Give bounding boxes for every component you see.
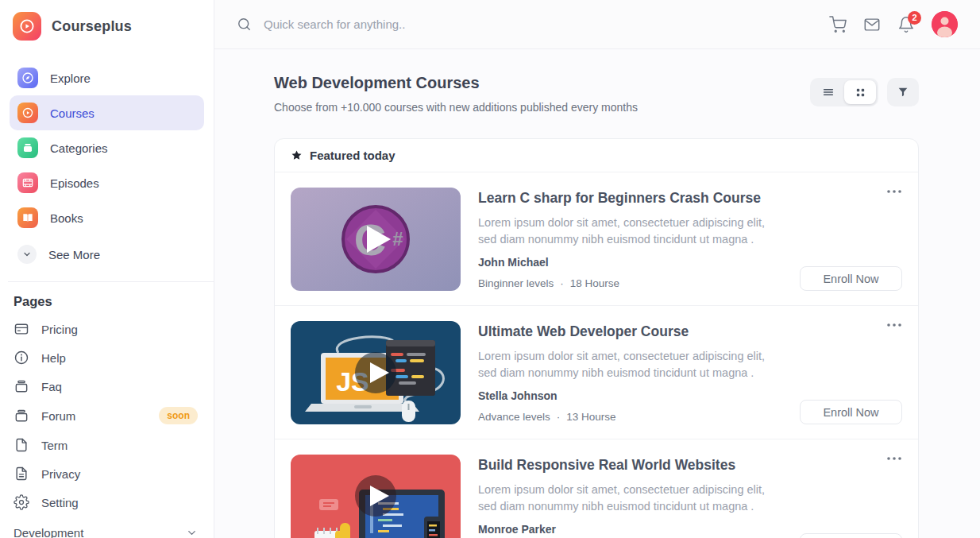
javascript-video-thumbnail[interactable]: JS xyxy=(291,321,461,424)
search-input[interactable] xyxy=(262,17,596,32)
course-more-button[interactable] xyxy=(886,321,902,327)
chevron-down-icon xyxy=(17,245,37,264)
film-icon xyxy=(17,172,38,193)
course-more-button[interactable] xyxy=(886,455,902,461)
sidebar-section-development[interactable]: Development xyxy=(0,517,214,538)
list-view-button[interactable] xyxy=(812,80,844,104)
sidebar: Courseplus Explore Courses Categories Ep… xyxy=(0,0,214,538)
sidebar-item-categories[interactable]: Categories xyxy=(10,130,204,165)
course-meta: Binginner levels · 18 Hourse xyxy=(478,277,781,289)
file-icon xyxy=(14,437,29,453)
chevron-down-icon xyxy=(186,527,198,538)
grid-view-button[interactable] xyxy=(844,80,876,104)
info-circle-icon xyxy=(14,350,29,366)
soon-badge: soon xyxy=(159,407,198,424)
file-text-icon xyxy=(14,466,29,482)
ellipsis-icon xyxy=(886,189,902,194)
course-instructor: Monroe Parker xyxy=(478,523,781,536)
mail-icon xyxy=(863,16,881,33)
course-title[interactable]: Ultimate Web Developer Course xyxy=(478,323,781,340)
sidebar-item-setting[interactable]: Setting xyxy=(0,488,214,517)
course-title[interactable]: Build Responsive Real World Websites xyxy=(478,457,781,474)
meta-separator: · xyxy=(557,411,561,423)
sidebar-item-courses[interactable]: Courses xyxy=(10,95,204,130)
sidebar-item-explore[interactable]: Explore xyxy=(10,60,204,95)
course-description: Lorem ipsum dolor sit amet, consectetuer… xyxy=(478,348,781,381)
page-item-label: Faq xyxy=(41,380,62,393)
course-description: Lorem ipsum dolor sit amet, consectetuer… xyxy=(478,215,781,248)
course-meta: Advance levels · 13 Hourse xyxy=(478,411,781,423)
featured-courses-card: Featured today C # Learn C sharp for Beg… xyxy=(274,138,919,538)
sidebar-item-term[interactable]: Term xyxy=(0,431,214,459)
notifications-button[interactable]: 2 xyxy=(897,16,915,33)
page-item-label: Pricing xyxy=(41,323,78,336)
page-item-label: Forum xyxy=(41,409,75,423)
enroll-button[interactable]: Enroll Now xyxy=(800,533,902,538)
page-title: Web Development Courses xyxy=(274,74,638,92)
page-item-label: Term xyxy=(41,439,68,452)
course-row: JS xyxy=(275,305,918,439)
play-circle-icon xyxy=(17,103,38,123)
cart-button[interactable] xyxy=(829,16,847,33)
course-duration: 13 Hourse xyxy=(566,411,615,423)
filter-button[interactable] xyxy=(887,78,919,106)
course-description: Lorem ipsum dolor sit amet, consectetuer… xyxy=(478,482,781,515)
meta-separator: · xyxy=(560,277,564,289)
sidebar-item-faq[interactable]: Faq xyxy=(0,372,214,401)
course-title[interactable]: Learn C sharp for Beginners Crash Course xyxy=(478,190,781,207)
pages-heading: Pages xyxy=(0,282,214,315)
view-toggle-group xyxy=(810,78,878,106)
star-icon xyxy=(291,149,303,161)
see-more-label: See More xyxy=(48,248,100,261)
course-duration: 18 Hourse xyxy=(570,277,619,289)
sidebar-item-label: Episodes xyxy=(50,176,99,190)
page-subtitle: Choose from +10.000 courses with new add… xyxy=(274,101,638,114)
sidebar-item-label: Categories xyxy=(50,141,108,155)
svg-text:#: # xyxy=(392,228,403,250)
global-search xyxy=(237,17,829,32)
featured-heading: Featured today xyxy=(310,149,395,162)
development-label: Development xyxy=(14,526,83,538)
page-item-label: Help xyxy=(41,351,66,365)
cart-icon xyxy=(829,16,847,33)
user-avatar[interactable] xyxy=(932,11,958,37)
enroll-button[interactable]: Enroll Now xyxy=(800,400,902,424)
sidebar-item-help[interactable]: Help xyxy=(0,343,214,372)
topbar: 2 xyxy=(214,0,980,49)
page-item-label: Setting xyxy=(41,496,79,509)
csharp-video-thumbnail[interactable]: C # xyxy=(291,188,461,291)
sidebar-item-label: Explore xyxy=(50,72,91,85)
brand-logo[interactable]: Courseplus xyxy=(0,0,214,51)
messages-button[interactable] xyxy=(863,16,881,33)
search-icon xyxy=(237,17,252,32)
filter-icon xyxy=(897,86,909,99)
brand-name: Courseplus xyxy=(52,18,132,35)
sidebar-item-episodes[interactable]: Episodes xyxy=(10,165,204,200)
course-row: Build Responsive Real World Websites Lor… xyxy=(275,439,918,538)
topbar-actions: 2 xyxy=(829,11,958,37)
grid-view-icon xyxy=(855,87,866,99)
sidebar-item-forum[interactable]: Forum soon xyxy=(0,401,214,431)
gear-icon xyxy=(14,494,29,510)
archive-box-icon xyxy=(14,408,29,424)
course-level: Advance levels xyxy=(478,411,550,423)
ellipsis-icon xyxy=(886,456,902,461)
open-book-icon xyxy=(17,207,38,228)
responsive-video-thumbnail[interactable] xyxy=(291,455,461,538)
sidebar-item-privacy[interactable]: Privacy xyxy=(0,459,214,488)
credit-card-icon xyxy=(14,321,29,337)
compass-icon xyxy=(17,68,38,88)
sidebar-item-label: Courses xyxy=(50,106,95,120)
list-view-icon xyxy=(822,86,835,99)
sidebar-item-books[interactable]: Books xyxy=(10,200,204,235)
sidebar-see-more[interactable]: See More xyxy=(0,237,214,272)
course-instructor: Stella Johnson xyxy=(478,389,781,402)
archive-icon xyxy=(17,137,38,158)
course-row: C # Learn C sharp for Beginners Crash Co… xyxy=(275,172,918,305)
course-more-button[interactable] xyxy=(886,188,902,194)
sidebar-item-pricing[interactable]: Pricing xyxy=(0,315,214,343)
ellipsis-icon xyxy=(886,323,902,327)
course-level: Binginner levels xyxy=(478,277,554,289)
enroll-button[interactable]: Enroll Now xyxy=(800,266,902,291)
course-instructor: John Michael xyxy=(478,256,781,269)
